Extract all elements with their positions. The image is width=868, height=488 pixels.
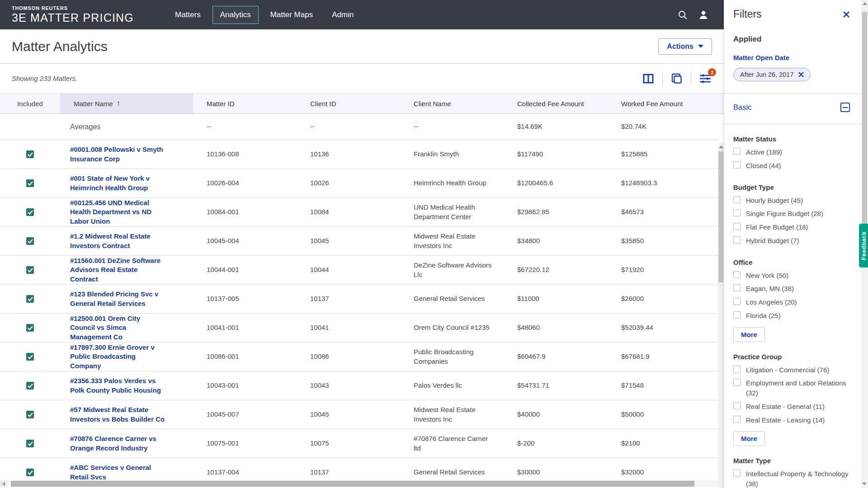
checkbox-unchecked[interactable] [733, 209, 741, 216]
matter-name-link[interactable]: #11560.001 DeZine Software Advisors Real… [70, 256, 166, 284]
table-vertical-scrollbar[interactable] [718, 143, 724, 488]
checkbox-unchecked[interactable] [733, 311, 741, 319]
basic-section-label[interactable]: Basic [733, 103, 751, 112]
group-heading-matter-status: Matter Status [733, 135, 850, 143]
matter-name-link[interactable]: #17897.300 Ernie Grover v Public Broadca… [70, 343, 166, 371]
checkbox-unchecked[interactable] [733, 469, 741, 477]
filter-option[interactable]: Litigation - Commercial (76) [733, 363, 850, 377]
row-checkbox[interactable] [26, 179, 34, 187]
filter-option[interactable]: Employment and Labor Relations (32) [733, 376, 850, 400]
filter-option[interactable]: Florida (25) [733, 309, 850, 323]
column-header-client-name[interactable]: Client Name [400, 94, 504, 113]
actions-button[interactable]: Actions [658, 38, 712, 55]
horizontal-scroll-thumb[interactable] [11, 481, 694, 487]
matter-name-link[interactable]: #2356.333 Palos Verdes vs Polk County Pu… [70, 376, 166, 395]
checkbox-unchecked[interactable] [733, 366, 741, 373]
client-id-cell: 10045 [297, 227, 400, 255]
filter-option[interactable]: Intellectual Property & Technology (38) [733, 467, 850, 488]
matter-name-link[interactable]: #70876 Clarence Carner vs Orange Record … [70, 434, 166, 453]
search-icon[interactable] [678, 10, 688, 20]
filter-option[interactable]: Closed (44) [733, 159, 850, 173]
office-more-button[interactable]: More [733, 327, 765, 342]
checkbox-unchecked[interactable] [733, 236, 741, 244]
client-name-cell: Midwest Real Estate Investors Inc [400, 400, 504, 429]
checkbox-unchecked[interactable] [733, 284, 741, 291]
matter-name-link[interactable]: #00125.456 UND Medical Health Department… [70, 198, 166, 226]
feedback-tab[interactable]: Feedback [859, 224, 868, 267]
row-checkbox[interactable] [26, 237, 34, 245]
checkbox-unchecked[interactable] [733, 379, 741, 386]
table-horizontal-scrollbar[interactable] [0, 480, 718, 487]
row-checkbox[interactable] [26, 150, 34, 158]
checkbox-unchecked[interactable] [733, 298, 741, 305]
row-checkbox[interactable] [26, 324, 34, 332]
nav-item-admin[interactable]: Admin [325, 6, 361, 23]
filter-option[interactable]: Flat Fee Budget (18) [733, 221, 850, 234]
applied-filter-chip[interactable]: After Jun 26, 2017 [733, 68, 811, 81]
matter-id-cell: 10041-001 [193, 314, 297, 342]
user-icon[interactable] [698, 10, 708, 20]
checkbox-unchecked[interactable] [733, 416, 741, 423]
row-checkbox[interactable] [26, 469, 34, 476]
client-id-cell: 10075 [297, 429, 400, 458]
nav-item-matter-maps[interactable]: Matter Maps [263, 6, 320, 23]
filter-option[interactable]: Real Estate - Leasing (14) [733, 413, 850, 427]
filter-option[interactable]: Los Angeles (20) [733, 296, 850, 309]
scroll-left-icon[interactable] [0, 480, 7, 487]
panel-scroll-thumb[interactable] [862, 12, 867, 224]
filter-option[interactable]: New York (50) [733, 269, 850, 282]
vertical-scroll-thumb[interactable] [718, 151, 723, 282]
row-checkbox[interactable] [26, 295, 34, 303]
worked-fee-cell: $26000 [608, 285, 717, 313]
filters-sliders-icon[interactable]: 1 [698, 72, 712, 85]
card-view-icon[interactable] [670, 72, 684, 85]
matter-id-cell: 10137-005 [193, 285, 297, 313]
matter-name-link[interactable]: #001 State of New York v Heimrinch Healt… [70, 174, 166, 192]
checkbox-unchecked[interactable] [733, 161, 741, 169]
filter-option[interactable]: Real Estate - General (11) [733, 400, 850, 413]
filter-option[interactable]: Single Figure Budget (28) [733, 207, 850, 221]
filter-option[interactable]: Active (189) [733, 145, 850, 159]
scroll-up-icon[interactable] [863, 2, 867, 5]
filter-option[interactable]: Hybrid Budget (7) [733, 234, 850, 248]
row-checkbox[interactable] [26, 440, 34, 447]
applied-filter-name[interactable]: Matter Open Date [733, 54, 850, 61]
nav-item-matters[interactable]: Matters [168, 6, 208, 23]
column-header-included[interactable]: Included [0, 94, 60, 113]
row-checkbox[interactable] [26, 411, 34, 418]
checkbox-unchecked[interactable] [733, 271, 741, 278]
checkbox-unchecked[interactable] [733, 402, 741, 409]
column-header-matter-id[interactable]: Matter ID [193, 94, 297, 113]
matter-name-link[interactable]: #123 Blended Pricing Svc v General Retai… [70, 290, 166, 308]
row-checkbox[interactable] [26, 266, 34, 274]
collapse-minus-icon[interactable] [840, 103, 850, 112]
checkbox-unchecked[interactable] [733, 196, 741, 203]
brand-logo[interactable]: THOMSON REUTERS 3E MATTER PRICING [12, 5, 134, 24]
row-checkbox[interactable] [26, 353, 34, 361]
matter-name-link[interactable]: #ABC Services v General Retail Svcs [70, 463, 166, 480]
matter-name-link[interactable]: #12500.001 Orem City Council vs Simca Ma… [70, 314, 166, 342]
row-checkbox[interactable] [26, 382, 34, 389]
close-icon[interactable] [843, 11, 850, 18]
nav-item-analytics[interactable]: Analytics [212, 6, 259, 24]
column-header-collected-fee[interactable]: Collected Fee Amount [504, 94, 608, 113]
matter-name-link[interactable]: #0001.008 Pellowski v Smyth Insurance Co… [70, 145, 166, 164]
filter-option[interactable]: Hourly Budget (45) [733, 194, 850, 207]
matter-name-link[interactable]: #1.2 Midwest Real Estate Investors Contr… [70, 232, 166, 250]
collected-fee-cell: $48060 [504, 314, 608, 342]
matter-id-cell: 10137-004 [193, 458, 297, 480]
column-header-worked-fee[interactable]: Worked Fee Amount [608, 94, 717, 113]
chip-remove-icon[interactable] [798, 72, 804, 77]
scroll-down-icon[interactable] [862, 483, 867, 485]
column-layout-icon[interactable] [642, 72, 655, 85]
row-checkbox[interactable] [26, 208, 34, 216]
brand-line2: 3E MATTER PRICING [12, 11, 134, 24]
column-header-matter-name[interactable]: Matter Name ↑ [60, 94, 193, 113]
checkbox-unchecked[interactable] [733, 223, 741, 230]
matter-name-link[interactable]: #57 Midwest Real Estate Investors vs Bob… [70, 405, 166, 424]
filter-option[interactable]: Eagan, MN (38) [733, 282, 850, 296]
practice-group-more-button[interactable]: More [733, 431, 765, 446]
scroll-up-icon[interactable] [719, 145, 723, 148]
column-header-client-id[interactable]: Client ID [297, 94, 400, 113]
checkbox-unchecked[interactable] [733, 148, 741, 155]
